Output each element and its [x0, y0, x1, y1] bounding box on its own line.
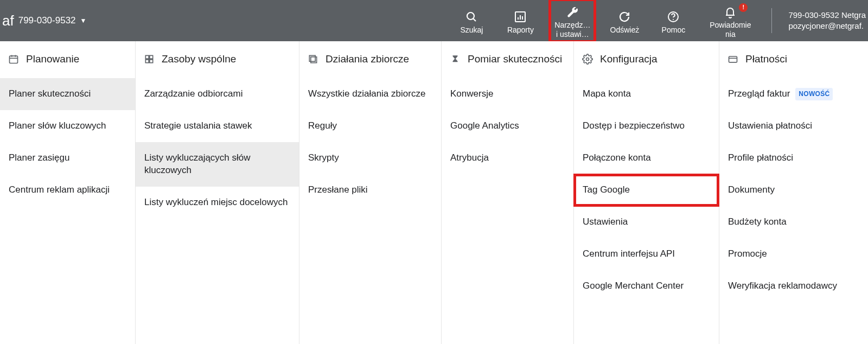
wrench-icon	[565, 4, 580, 20]
notifications-label-l2: nia	[725, 30, 736, 39]
column-konfiguracja: Konfiguracja Mapa konta Dostęp i bezpiec…	[574, 41, 719, 344]
column-zasoby-wspolne: Zasoby wspólne Zarządzanie odbiorcami St…	[136, 41, 299, 344]
menu-item-strategie-stawek[interactable]: Strategie ustalania stawek	[136, 110, 299, 142]
menu-item-centrum-api[interactable]: Centrum interfejsu API	[574, 238, 719, 270]
help-icon	[666, 9, 681, 24]
svg-rect-12	[145, 55, 149, 59]
topbar: af 799-030-9532 ▼ Szukaj Raporty Narzędz…	[0, 0, 868, 41]
svg-point-0	[467, 12, 474, 20]
column-title: Działania zbiorcze	[326, 53, 409, 65]
tools-megamenu: Planowanie Planer skuteczności Planer sł…	[0, 41, 868, 344]
topbar-actions: Szukaj Raporty Narzędz… i ustawi… Odświe…	[452, 0, 868, 41]
column-dzialania-zbiorcze: Działania zbiorcze Wszystkie działania z…	[299, 41, 442, 344]
account-info[interactable]: 799-030-9532 Netgra pozycjoner@netgraf.	[788, 0, 868, 41]
column-title: Planowanie	[26, 53, 79, 65]
tools-label-l2: i ustawi…	[556, 30, 589, 39]
column-header-zasoby: Zasoby wspólne	[136, 53, 299, 78]
tools-settings-button[interactable]: Narzędz… i ustawi…	[550, 0, 595, 41]
menu-item-skrypty[interactable]: Skrypty	[299, 142, 441, 174]
help-label: Pomoc	[662, 26, 686, 35]
menu-item-tag-google[interactable]: Tag Google	[574, 174, 719, 206]
brand-fragment: af	[2, 12, 14, 29]
menu-item-atrybucja[interactable]: Atrybucja	[442, 142, 573, 174]
notifications-button[interactable]: ! Powiadomie nia	[703, 0, 757, 41]
search-icon	[464, 9, 479, 24]
menu-item-dokumenty[interactable]: Dokumenty	[719, 174, 868, 206]
menu-item-wszystkie-dzialania[interactable]: Wszystkie działania zbiorcze	[299, 78, 441, 110]
menu-item-centrum-reklam-aplikacji[interactable]: Centrum reklam aplikacji	[0, 174, 135, 206]
column-header-planowanie: Planowanie	[0, 53, 135, 78]
account-line2: pozycjoner@netgraf.	[788, 21, 866, 31]
column-title: Płatności	[745, 53, 787, 65]
column-header-dzialania: Działania zbiorcze	[299, 53, 441, 78]
menu-item-planer-skutecznosci[interactable]: Planer skuteczności	[0, 78, 135, 110]
menu-item-promocje[interactable]: Promocje	[719, 238, 868, 270]
svg-rect-16	[311, 57, 317, 63]
account-line1: 799-030-9532 Netgra	[788, 10, 866, 21]
menu-item-merchant-center[interactable]: Google Merchant Center	[574, 270, 719, 302]
menu-item-dostep-bezpieczenstwo[interactable]: Dostęp i bezpieczeństwo	[574, 110, 719, 142]
notification-badge: !	[739, 3, 748, 12]
column-title: Pomiar skuteczności	[468, 53, 562, 65]
column-title: Zasoby wspólne	[162, 53, 236, 65]
account-id: 799-030-9532	[18, 15, 76, 26]
notifications-label-l1: Powiadomie	[710, 21, 751, 30]
column-pomiar-skutecznosci: Pomiar skuteczności Konwersje Google Ana…	[442, 41, 574, 344]
menu-item-google-analytics[interactable]: Google Analytics	[442, 110, 573, 142]
reports-label: Raporty	[507, 26, 534, 35]
menu-item-planer-zasiegu[interactable]: Planer zasięgu	[0, 142, 135, 174]
column-platnosci: Płatności Przegląd faktur NOWOŚĆ Ustawie…	[719, 41, 868, 344]
menu-item-ustawienia-platnosci[interactable]: Ustawienia płatności	[719, 110, 868, 142]
svg-rect-15	[150, 60, 153, 63]
menu-item-przeslane-pliki[interactable]: Przesłane pliki	[299, 174, 441, 206]
svg-rect-13	[150, 55, 153, 59]
calendar-icon	[8, 53, 20, 65]
svg-rect-8	[10, 56, 18, 63]
column-header-konfiguracja: Konfiguracja	[574, 53, 719, 78]
refresh-icon	[617, 9, 632, 24]
bell-icon	[723, 4, 738, 20]
svg-point-18	[586, 58, 589, 61]
search-button[interactable]: Szukaj	[452, 0, 490, 41]
menu-item-przeglad-faktur[interactable]: Przegląd faktur NOWOŚĆ	[719, 78, 868, 110]
help-button[interactable]: Pomoc	[654, 0, 692, 41]
chevron-down-icon: ▼	[80, 17, 87, 24]
menu-item-planer-slow-kluczowych[interactable]: Planer słów kluczowych	[0, 110, 135, 142]
tools-label-l1: Narzędz…	[554, 21, 590, 30]
menu-item-budzety-konta[interactable]: Budżety konta	[719, 206, 868, 238]
column-title: Konfiguracja	[600, 53, 658, 65]
gear-icon	[582, 53, 593, 65]
column-planowanie: Planowanie Planer skuteczności Planer sł…	[0, 41, 136, 344]
refresh-label: Odśwież	[610, 26, 640, 35]
reports-button[interactable]: Raporty	[501, 0, 539, 41]
svg-point-7	[673, 19, 674, 20]
menu-item-weryfikacja-reklamodawcy[interactable]: Weryfikacja reklamodawcy	[719, 270, 868, 302]
menu-item-listy-wykluczajacych-slow[interactable]: Listy wykluczających słów kluczowych	[136, 142, 299, 187]
menu-item-mapa-konta[interactable]: Mapa konta	[574, 78, 719, 110]
menu-item-ustawienia[interactable]: Ustawienia	[574, 206, 719, 238]
search-label: Szukaj	[460, 26, 483, 35]
divider	[771, 8, 772, 33]
refresh-button[interactable]: Odśwież	[605, 0, 643, 41]
new-badge: NOWOŚĆ	[795, 88, 833, 100]
menu-item-reguly[interactable]: Reguły	[299, 110, 441, 142]
hourglass-icon	[449, 53, 461, 65]
library-icon	[143, 53, 155, 65]
column-header-platnosci: Płatności	[719, 53, 868, 78]
svg-line-1	[474, 18, 476, 21]
menu-item-konwersje[interactable]: Konwersje	[442, 78, 573, 110]
chart-icon	[513, 9, 528, 24]
menu-item-zarzadzanie-odbiorcami[interactable]: Zarządzanie odbiorcami	[136, 78, 299, 110]
card-icon	[727, 53, 739, 65]
account-selector[interactable]: af 799-030-9532 ▼	[2, 12, 86, 29]
menu-item-listy-wykluczen-miejsc[interactable]: Listy wykluczeń miejsc docelowych	[136, 187, 299, 219]
menu-item-profile-platnosci[interactable]: Profile płatności	[719, 142, 868, 174]
svg-rect-19	[729, 56, 737, 62]
menu-item-polaczone-konta[interactable]: Połączone konta	[574, 142, 719, 174]
stack-icon	[307, 53, 319, 65]
svg-rect-14	[145, 60, 149, 63]
svg-rect-17	[309, 55, 315, 61]
column-header-pomiar: Pomiar skuteczności	[442, 53, 573, 78]
